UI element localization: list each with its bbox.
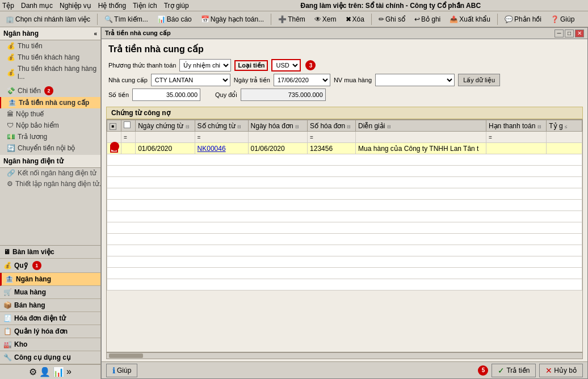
form-row-3: Số tiền Quy đổi — [108, 89, 581, 101]
payment-method-label: Phương thức thanh toán — [108, 62, 176, 69]
btn-xem[interactable]: 👁 Xem — [311, 14, 340, 25]
fetch-data-btn[interactable]: Lấy dữ liệu — [458, 74, 500, 86]
table-row-empty-5 — [107, 200, 582, 211]
horizontal-scrollbar[interactable] — [106, 352, 583, 359]
select-all-checkbox[interactable]: ■ — [110, 123, 116, 130]
arrow-right-icon[interactable]: » — [66, 367, 72, 377]
col-date[interactable]: Ngày chứng từ ⊟ — [136, 120, 195, 132]
row-checkbox[interactable]: ✓ — [110, 145, 118, 153]
table-row[interactable]: ✓ 01/06/2020 NK00046 01/06/2020 — [107, 143, 582, 154]
sidebar-item-nop-bao-hiem[interactable]: 🛡 Nộp bảo hiểm — [0, 120, 100, 131]
row-voucher-no[interactable]: NK00046 — [195, 143, 248, 154]
btn-tim-kiem[interactable]: 🔍 Tìm kiếm... — [101, 14, 152, 25]
equals-icon-4: = — [489, 134, 492, 141]
menu-tep[interactable]: Tệp — [2, 2, 14, 10]
btn-bao-cao[interactable]: 📊 Báo cáo — [154, 14, 195, 25]
btn-them[interactable]: ➕ Thêm — [275, 14, 309, 25]
currency-label: Loại tiền — [234, 60, 268, 71]
table-row-empty-10 — [107, 256, 582, 268]
menu-trogiup[interactable]: Trợ giúp — [164, 2, 189, 10]
sidebar-item-thiet-lap-nhdt[interactable]: ⚙ Thiết lập ngân hàng điện tử... — [0, 179, 100, 189]
sidebar-group-ban-hang[interactable]: 📦 Bán hàng — [0, 299, 100, 312]
filter-rate-col — [547, 132, 582, 143]
annotation-4 — [110, 142, 119, 151]
window-restore-btn[interactable]: □ — [565, 30, 574, 37]
col-edit — [121, 120, 136, 132]
row-checkbox-cell[interactable]: ✓ — [107, 143, 121, 154]
table-wrapper[interactable]: ■ Ngày chứng từ ⊟ Số chứn — [106, 119, 583, 352]
checkmark-icon: ✓ — [498, 366, 505, 375]
sidebar-item-thu-tien-khach-hang[interactable]: 💰 Thu tiền khách hàng — [0, 52, 100, 63]
menu-nghiepvu[interactable]: Nghiệp vụ — [60, 2, 91, 10]
sidebar-group-ban-lam-viec[interactable]: 🖥 Bàn làm việc — [0, 246, 100, 259]
cancel-btn[interactable]: ✕ Hủy bỏ — [539, 364, 583, 377]
kho-icon: 🏭 — [3, 340, 12, 348]
window-close-btn[interactable]: ✕ — [575, 30, 584, 37]
btn-phan-hoi[interactable]: 💬 Phản hồi — [501, 14, 545, 25]
sort-icon-invoice-date: ⊟ — [295, 124, 299, 129]
footer-right-buttons: 5 ✓ Trả tiền ✕ Hủy bỏ — [478, 364, 583, 377]
sidebar-group-quy[interactable]: 💰 Quỹ 1 — [0, 259, 100, 273]
table-row-empty-12 — [107, 279, 582, 290]
tra-tien-icon: 🏦 — [8, 99, 16, 107]
sidebar-item-nop-thue[interactable]: 🏛 Nộp thuế — [0, 108, 100, 120]
col-edit-checkbox[interactable] — [124, 121, 131, 128]
sidebar-item-tra-tien-ncc[interactable]: 🏦 Trả tiền nhà cung cấp — [0, 97, 100, 108]
confirm-btn[interactable]: ✓ Trả tiền — [492, 364, 536, 377]
calendar-icon: 📅 — [201, 15, 209, 23]
menu-tienich[interactable]: Tiện ích — [133, 2, 157, 10]
btn-bo-ghi[interactable]: ↩ Bỏ ghi — [411, 14, 444, 25]
footer-icon-1[interactable]: ⚙ — [29, 367, 37, 377]
btn-chon-chi-nhanh[interactable]: 🏢 Chọn chi nhánh làm việc — [2, 14, 94, 25]
window-minimize-btn[interactable]: ─ — [555, 30, 564, 37]
payment-date-select[interactable]: 17/06/2020 — [274, 74, 330, 86]
sidebar-group-mua-hang[interactable]: 🛒 Mua hàng — [0, 286, 100, 299]
footer-icon-3[interactable]: 📊 — [53, 367, 64, 377]
sidebar-group-ngan-hang[interactable]: 🏦 Ngân hàng — [0, 273, 100, 286]
menu-hethong[interactable]: Hệ thống — [98, 2, 126, 10]
form-footer: ℹ Giúp 5 ✓ Trả tiền ✕ Hủy bỏ — [102, 361, 587, 378]
sidebar-collapse-btn[interactable]: « — [94, 31, 97, 37]
undo-icon: ↩ — [414, 15, 420, 23]
help-circle-icon: ℹ — [112, 366, 115, 375]
btn-xoa[interactable]: ✖ Xóa — [342, 14, 368, 25]
btn-xuat-khau[interactable]: 📤 Xuất khẩu — [446, 14, 494, 25]
currency-select[interactable]: USD — [271, 59, 301, 71]
btn-ghi-so[interactable]: ✏ Ghi sổ — [375, 14, 409, 25]
sidebar-item-thu-tien[interactable]: 💰 Thu tiền — [0, 40, 100, 52]
form-row-1: Phương thức thanh toán Ủy nhiệm chi Loại… — [108, 59, 581, 71]
sort-icon-voucher: ⊟ — [237, 124, 241, 129]
amount-input[interactable] — [132, 89, 200, 101]
btn-ngay-hach-toan[interactable]: 📅 Ngày hạch toán... — [198, 14, 267, 25]
sidebar-item-thu-tien-khl[interactable]: 💰 Thu tiền khách hàng hàng l... — [0, 63, 100, 82]
col-due-date[interactable]: Hạn thanh toán ⊟ — [486, 120, 546, 132]
buyer-select[interactable] — [375, 74, 455, 86]
tools-icon: 🔧 — [3, 353, 12, 361]
payment-method-select[interactable]: Ủy nhiệm chi — [179, 59, 231, 71]
voucher-link[interactable]: NK00046 — [198, 145, 226, 153]
sidebar-group-hoa-don-dien-tu[interactable]: 🧾 Hóa đơn điện tử — [0, 312, 100, 325]
col-invoice-date[interactable]: Ngày hóa đơn ⊟ — [248, 120, 307, 132]
ban-hang-icon: 📦 — [3, 301, 12, 309]
thu-tien-khl-icon: 💰 — [7, 69, 15, 77]
sidebar-item-tra-luong[interactable]: 💵 Trả lương — [0, 131, 100, 142]
col-invoice-no[interactable]: Số hóa đơn ⊟ — [308, 120, 356, 132]
menu-danhmuc[interactable]: Danh mục — [21, 2, 53, 10]
sidebar-group-kho[interactable]: 🏭 Kho — [0, 338, 100, 351]
btn-giup-toolbar[interactable]: ❓ Giúp — [547, 14, 578, 25]
sidebar-group-quan-ly-hoa-don[interactable]: 📋 Quản lý hóa đơn — [0, 325, 100, 338]
footer-icon-2[interactable]: 👤 — [39, 367, 51, 377]
supplier-select[interactable]: CTY LANTAN — [151, 74, 230, 86]
col-description[interactable]: Diễn giải ⊟ — [356, 120, 486, 132]
sidebar-item-chuyen-tien-noi-bo[interactable]: 🔄 Chuyển tiền nội bộ — [0, 142, 100, 154]
col-voucher[interactable]: Số chứng từ ⊟ — [195, 120, 248, 132]
help-btn[interactable]: ℹ Giúp — [106, 364, 137, 377]
sidebar-group-cong-cu[interactable]: 🔧 Công cụ dụng cụ — [0, 351, 100, 364]
scrollbar-thumb[interactable] — [109, 353, 143, 358]
sidebar-item-ket-noi-nhdt[interactable]: 🔗 Kết nối ngân hàng điện tử — [0, 168, 100, 179]
sidebar-item-chi-tien[interactable]: 💸 Chi tiền 2 — [0, 85, 100, 97]
col-rate[interactable]: Tỷ g ≤ — [547, 120, 582, 132]
annotation-1: 1 — [32, 261, 41, 270]
search-icon: 🔍 — [104, 15, 113, 23]
view-icon: 👁 — [314, 15, 321, 23]
